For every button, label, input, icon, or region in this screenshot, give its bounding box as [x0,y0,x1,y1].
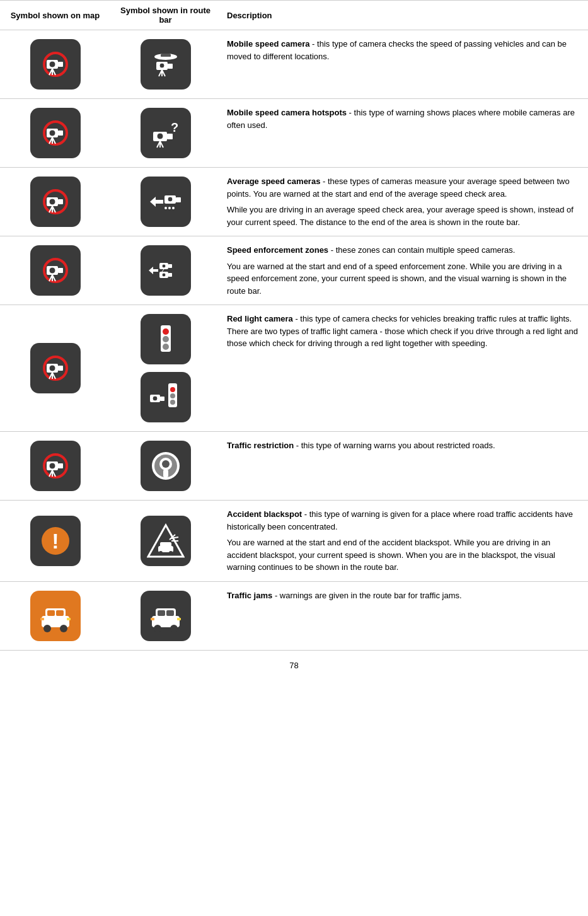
svg-point-32 [49,199,55,205]
map-icon-cell [0,236,110,305]
desc-text: Traffic restriction - this type of warni… [227,439,582,452]
map-icon-cell: ! [0,501,110,582]
svg-rect-73 [160,397,164,401]
svg-rect-81 [58,463,63,468]
desc-rest: - warnings are given in the route bar fo… [272,591,461,600]
route-icon-cell [110,168,221,236]
table-row: ? Mobile speed camera hotspo [0,99,588,168]
desc-extra: You are warned at the start and end of t… [227,536,582,574]
desc-rest: - this type of warning warns you about r… [294,441,495,450]
svg-point-46 [49,267,55,274]
svg-text:!: ! [52,529,59,553]
svg-point-77 [170,400,175,405]
svg-point-76 [170,393,175,398]
svg-point-103 [60,625,67,632]
svg-point-96 [169,551,173,555]
svg-point-72 [153,396,158,401]
desc-bold: Traffic restriction [227,441,294,450]
map-icon-cell [0,432,110,501]
svg-point-41 [164,207,167,209]
map-icon-accident-blackspot: ! [30,516,81,566]
svg-rect-104 [47,610,55,616]
map-icon-cell [0,305,110,432]
desc-text: Red light camera - this type of camera c… [227,313,582,350]
col-header-route: Symbol shown in route bar [110,1,221,30]
map-icon-mobile-speed-camera [30,39,81,90]
svg-point-25 [157,133,163,139]
route-icon-average-speed [141,177,191,227]
map-icon-traffic-restriction [30,441,81,491]
desc-bold: Mobile speed camera [227,39,310,49]
svg-rect-112 [158,610,165,616]
page-number: 78 [289,661,298,670]
route-icon-traffic-restriction [141,441,191,491]
route-icon-cell [110,581,221,650]
svg-point-2 [49,61,55,67]
svg-point-88 [162,460,170,468]
svg-point-11 [159,63,164,68]
map-icon-cell [0,30,110,99]
svg-rect-26 [167,134,173,139]
route-icon-speed-zone [141,245,191,296]
svg-point-80 [49,463,55,469]
route-icon-cell [110,305,221,432]
svg-point-39 [168,197,173,202]
svg-rect-113 [166,610,174,616]
desc-text: Average speed cameras - these types of c… [227,175,582,200]
map-icon-cell [0,168,110,236]
svg-rect-94 [160,542,171,547]
table-row: Red light camera - this type of camera c… [0,305,588,432]
table-row: Traffic jams - warnings are given in the… [0,581,588,650]
table-row: ! [0,501,588,582]
desc-bold: Traffic jams [227,591,272,600]
table-row: Average speed cameras - these types of c… [0,168,588,236]
svg-rect-115 [151,618,154,620]
page: Symbol shown on map Symbol shown in rout… [0,0,588,680]
route-icon-traffic-jams [141,591,191,641]
route-icon-cell: ? [110,99,221,168]
desc-bold: Mobile speed camera hotspots [227,108,347,117]
desc-cell-mobile-speed-camera: Mobile speed camera - this type of camer… [221,30,588,99]
svg-rect-47 [58,268,63,273]
svg-rect-12 [168,64,173,69]
svg-point-110 [154,625,161,632]
desc-bold: Speed enforcement zones [227,245,328,255]
svg-rect-63 [58,366,63,371]
svg-point-18 [49,130,55,136]
desc-text: Mobile speed camera hotspots - this type… [227,107,582,131]
desc-extra: While you are driving in an average spee… [227,204,582,228]
svg-rect-106 [67,618,71,620]
desc-cell-speed-zone: Speed enforcement zones - these zones ca… [221,236,588,305]
desc-cell-traffic-restriction: Traffic restriction - this type of warni… [221,432,588,501]
svg-rect-57 [168,273,172,277]
col-header-map: Symbol shown on map [0,1,110,30]
table-row: Traffic restriction - this type of warni… [0,432,588,501]
svg-rect-40 [176,197,181,202]
map-icon-speed-zone [30,245,81,296]
route-icon-cell [110,30,221,99]
map-icon-average-speed [30,177,81,227]
desc-text: Traffic jams - warnings are given in the… [227,589,582,602]
map-icon-red-light [30,343,81,393]
route-icon-cell [110,432,221,501]
svg-rect-107 [40,618,44,620]
desc-rest: - these zones can contain multiple speed… [328,245,515,255]
svg-rect-3 [58,62,63,67]
desc-bold: Red light camera [227,314,293,323]
route-icon-cell [110,236,221,305]
svg-point-111 [170,625,178,632]
desc-bold: Average speed cameras [227,177,320,186]
svg-marker-37 [150,197,163,207]
svg-point-53 [162,264,166,268]
route-icon-red-light-2 [141,372,191,422]
svg-point-70 [163,344,169,350]
svg-point-68 [163,328,169,335]
main-table: Symbol shown on map Symbol shown in rout… [0,0,588,651]
desc-text: Mobile speed camera - this type of camer… [227,38,582,62]
desc-cell-hotspot: Mobile speed camera hotspots - this type… [221,99,588,168]
route-icon-hotspot: ? [141,108,191,158]
route-icon-cell [110,501,221,582]
svg-rect-54 [168,264,172,268]
page-footer: 78 [0,651,588,680]
svg-rect-114 [177,618,181,620]
